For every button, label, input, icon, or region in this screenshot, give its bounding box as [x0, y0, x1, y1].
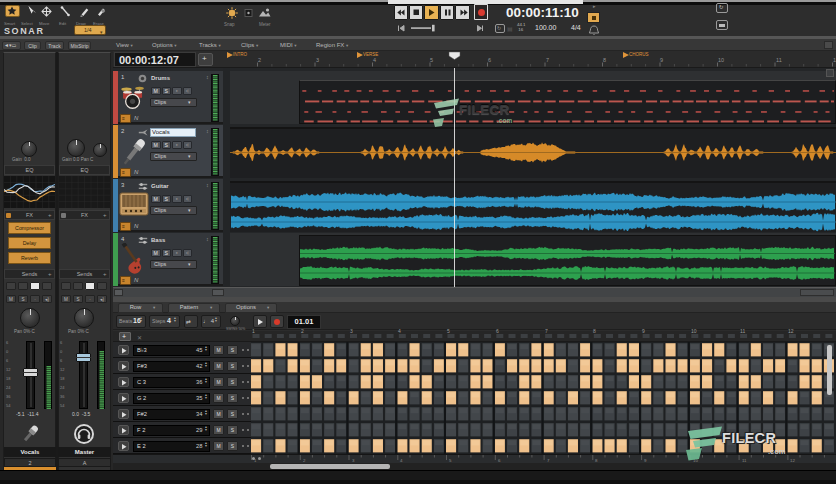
- svg-text:2: 2: [303, 458, 306, 463]
- svg-text:11: 11: [742, 458, 747, 463]
- svg-text:12: 12: [790, 458, 795, 463]
- svg-text:7: 7: [547, 458, 550, 463]
- svg-text:9: 9: [644, 458, 647, 463]
- svg-text:4: 4: [400, 458, 403, 463]
- svg-text:8: 8: [595, 458, 598, 463]
- svg-text:6: 6: [498, 458, 501, 463]
- svg-text:3: 3: [352, 458, 355, 463]
- svg-text:5: 5: [449, 458, 452, 463]
